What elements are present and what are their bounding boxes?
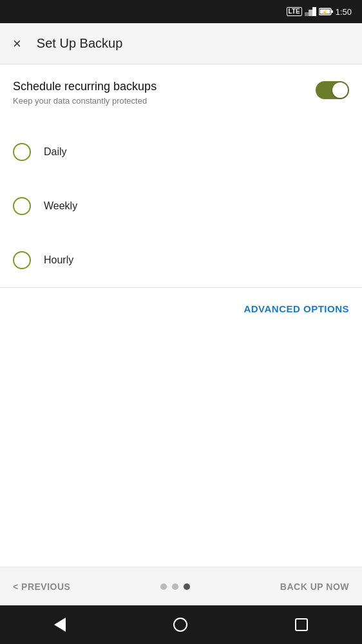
previous-button[interactable]: < PREVIOUS: [13, 582, 70, 592]
android-nav: [0, 605, 362, 644]
schedule-text: Schedule recurring backups Keep your dat…: [13, 80, 305, 106]
status-icons: LTE ↑ ⚡ 1:50: [287, 7, 352, 17]
svg-text:⚡: ⚡: [321, 9, 328, 15]
recents-button[interactable]: [295, 618, 308, 631]
radio-circle-hourly: [13, 251, 31, 269]
nav-dots: [160, 583, 190, 590]
radio-circle-weekly: [13, 197, 31, 215]
radio-item-hourly[interactable]: Hourly: [0, 233, 362, 287]
main-content: Schedule recurring backups Keep your dat…: [0, 64, 362, 567]
radio-circle-daily: [13, 143, 31, 161]
toggle-knob: [332, 82, 348, 98]
header: × Set Up Backup: [0, 23, 362, 64]
radio-label-daily: Daily: [44, 146, 67, 158]
radio-label-weekly: Weekly: [44, 200, 77, 212]
bottom-nav: < PREVIOUS BACK UP NOW: [0, 567, 362, 605]
schedule-subtitle: Keep your data constantly protected: [13, 96, 305, 106]
schedule-toggle[interactable]: [316, 81, 349, 99]
recents-icon: [295, 618, 308, 631]
signal-icon: ↑: [305, 7, 316, 16]
svg-text:↑: ↑: [314, 7, 316, 12]
header-title: Set Up Backup: [37, 36, 122, 51]
radio-item-weekly[interactable]: Weekly: [0, 179, 362, 233]
back-icon: [54, 618, 66, 632]
nav-dot-1: [160, 583, 167, 590]
nav-dot-3: [184, 583, 190, 590]
schedule-section: Schedule recurring backups Keep your dat…: [0, 64, 362, 118]
radio-item-daily[interactable]: Daily: [0, 125, 362, 179]
svg-rect-6: [331, 10, 333, 13]
radio-label-hourly: Hourly: [44, 254, 73, 266]
time-display: 1:50: [336, 7, 352, 17]
backup-now-button[interactable]: BACK UP NOW: [280, 582, 349, 592]
advanced-options-button[interactable]: ADVANCED OPTIONS: [243, 303, 349, 314]
nav-dot-2: [172, 583, 178, 590]
svg-marker-1: [309, 10, 312, 16]
lte-icon: LTE: [287, 7, 302, 16]
close-button[interactable]: ×: [13, 37, 21, 51]
schedule-title: Schedule recurring backups: [13, 80, 305, 93]
toggle-container[interactable]: [316, 81, 349, 99]
svg-marker-0: [305, 12, 309, 16]
advanced-options-section: ADVANCED OPTIONS: [0, 288, 362, 330]
radio-options: Daily Weekly Hourly: [0, 118, 362, 287]
home-button[interactable]: [173, 618, 187, 632]
back-button[interactable]: [54, 618, 66, 632]
status-bar: LTE ↑ ⚡ 1:50: [0, 0, 362, 23]
battery-icon: ⚡: [319, 7, 333, 16]
spacer: [0, 330, 362, 567]
home-icon: [173, 618, 187, 632]
